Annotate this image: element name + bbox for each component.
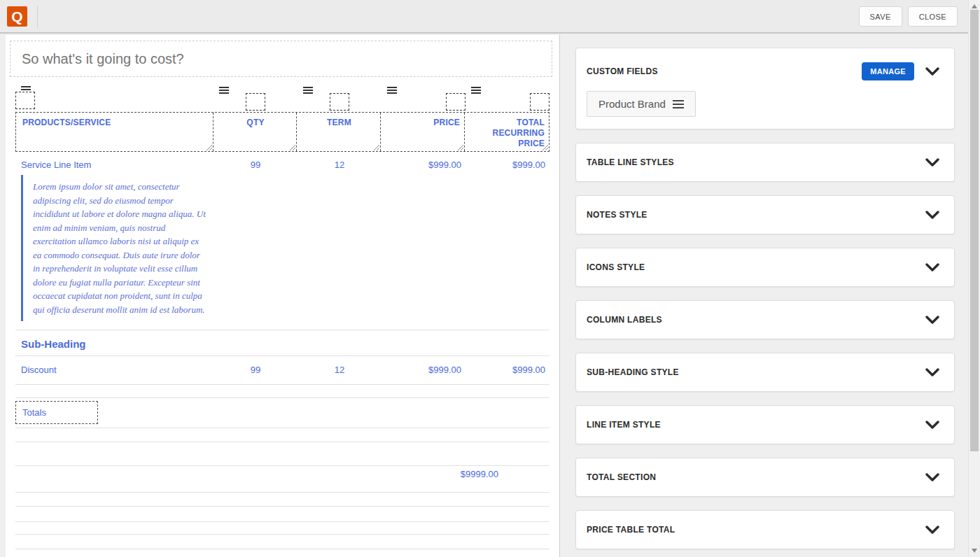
icon-placeholder[interactable] bbox=[530, 93, 550, 111]
resize-handle-icon[interactable] bbox=[288, 143, 295, 150]
panel-label: COLUMN LABELS bbox=[587, 315, 925, 325]
panel-column-labels: COLUMN LABELS bbox=[575, 300, 955, 339]
totals-label-box[interactable]: Totals bbox=[15, 401, 98, 424]
panel-label: SUB-HEADING STYLE bbox=[587, 367, 925, 377]
column-icons-row bbox=[15, 83, 550, 112]
column-label: QTY bbox=[246, 118, 264, 127]
panel-label: CUSTOM FIELDS bbox=[587, 66, 862, 76]
panel-total-section: TOTAL SECTION bbox=[575, 458, 955, 497]
line-item-term: 12 bbox=[298, 365, 382, 384]
table-divider bbox=[15, 522, 550, 535]
scroll-up-icon[interactable] bbox=[972, 4, 977, 8]
scroll-down-icon[interactable] bbox=[972, 549, 977, 553]
column-label: PRODUCTS/SERVICE bbox=[22, 118, 111, 127]
column-header-qty[interactable]: QTY bbox=[214, 113, 297, 151]
chevron-down-icon[interactable] bbox=[925, 368, 939, 376]
line-item-name: Service Line Item bbox=[15, 160, 214, 173]
chevron-down-icon[interactable] bbox=[925, 316, 939, 324]
drag-handle-icon bbox=[673, 100, 684, 108]
panel-price-table-total: PRICE TABLE TOTAL bbox=[575, 510, 955, 549]
panel-label: PRICE TABLE TOTAL bbox=[587, 525, 925, 535]
chevron-down-icon[interactable] bbox=[925, 211, 939, 219]
panel-header[interactable]: PRICE TABLE TOTAL bbox=[576, 511, 954, 549]
column-header-total-recurring[interactable]: TOTAL RECURRING PRICE bbox=[465, 113, 549, 151]
column-icon-cell-total bbox=[465, 83, 550, 112]
chevron-down-icon[interactable] bbox=[925, 473, 939, 481]
column-header-price[interactable]: PRICE bbox=[381, 113, 465, 151]
scrollbar-thumb[interactable] bbox=[970, 10, 979, 451]
icon-placeholder[interactable] bbox=[446, 93, 465, 111]
price-table: PRODUCTS/SERVICE QTY TERM PRICE TOTAL RE… bbox=[15, 83, 550, 557]
column-icon-cell-qty bbox=[214, 83, 298, 112]
table-divider bbox=[15, 507, 550, 522]
totals-row: Totals bbox=[15, 398, 550, 428]
close-button[interactable]: CLOSE bbox=[908, 6, 958, 27]
table-header-row: PRODUCTS/SERVICE QTY TERM PRICE TOTAL RE… bbox=[15, 112, 550, 152]
line-item-total: $999.00 bbox=[465, 160, 550, 173]
panel-sub-heading-style: SUB-HEADING STYLE bbox=[575, 353, 955, 392]
icon-placeholder[interactable] bbox=[246, 93, 265, 111]
sub-heading-label: Sub-Heading bbox=[21, 338, 86, 350]
grand-total-row: $9999.00 bbox=[15, 466, 550, 493]
chevron-down-icon[interactable] bbox=[925, 158, 939, 167]
panel-label: ICONS STYLE bbox=[587, 262, 925, 272]
resize-handle-icon[interactable] bbox=[456, 143, 463, 150]
line-item-price: $999.00 bbox=[382, 160, 465, 173]
panel-header[interactable]: LINE ITEM STYLE bbox=[576, 406, 954, 444]
panel-header[interactable]: ICONS STYLE bbox=[576, 248, 954, 286]
column-icon-cell-price bbox=[382, 83, 465, 112]
icon-placeholder[interactable] bbox=[330, 93, 349, 111]
panel-label: TABLE LINE STYLES bbox=[587, 157, 925, 167]
panel-header[interactable]: NOTES STYLE bbox=[576, 196, 954, 234]
column-header-term[interactable]: TERM bbox=[297, 113, 381, 151]
style-settings-sidebar: CUSTOM FIELDS MANAGE Product Brand TABLE… bbox=[575, 48, 955, 557]
save-button[interactable]: SAVE bbox=[859, 6, 902, 27]
table-divider bbox=[15, 535, 550, 549]
custom-field-chip-product-brand[interactable]: Product Brand bbox=[587, 91, 696, 117]
line-item-qty: 99 bbox=[214, 365, 298, 384]
top-bar: Q SAVE CLOSE bbox=[0, 0, 980, 34]
panel-header[interactable]: TOTAL SECTION bbox=[576, 458, 954, 496]
line-item-price: $999.00 bbox=[382, 365, 465, 384]
chevron-down-icon[interactable] bbox=[925, 263, 939, 272]
panel-header-custom-fields[interactable]: CUSTOM FIELDS MANAGE bbox=[576, 48, 954, 89]
column-label: TOTAL RECURRING PRICE bbox=[493, 118, 545, 148]
table-spacer bbox=[15, 549, 550, 557]
line-item-term: 12 bbox=[298, 160, 382, 173]
price-table-heading: So what's it going to cost? bbox=[22, 51, 184, 67]
panel-header[interactable]: SUB-HEADING STYLE bbox=[576, 353, 954, 391]
chevron-down-icon[interactable] bbox=[925, 421, 939, 429]
manage-button[interactable]: MANAGE bbox=[862, 62, 914, 80]
column-icon-cell-products bbox=[15, 83, 214, 112]
column-icon-cell-term bbox=[298, 83, 382, 112]
line-item-qty: 99 bbox=[214, 160, 298, 173]
totals-label: Totals bbox=[22, 407, 46, 418]
drag-handle-icon[interactable] bbox=[219, 87, 229, 94]
topbar-actions: SAVE CLOSE bbox=[859, 6, 958, 27]
line-item-notes: Lorem ipsum dolor sit amet, consectetur … bbox=[21, 175, 206, 321]
chevron-down-icon[interactable] bbox=[925, 67, 939, 76]
chevron-down-icon[interactable] bbox=[925, 526, 939, 534]
topbar-divider bbox=[37, 6, 38, 27]
panel-header[interactable]: TABLE LINE STYLES bbox=[576, 143, 954, 181]
page-scrollbar[interactable] bbox=[968, 0, 980, 557]
sub-heading-row: Sub-Heading bbox=[15, 330, 550, 356]
resize-handle-icon[interactable] bbox=[372, 143, 379, 150]
panel-header[interactable]: COLUMN LABELS bbox=[576, 301, 954, 339]
column-label: PRICE bbox=[433, 118, 460, 127]
panel-table-line-styles: TABLE LINE STYLES bbox=[575, 143, 955, 182]
icon-placeholder[interactable] bbox=[15, 92, 35, 109]
drag-handle-icon[interactable] bbox=[387, 87, 397, 94]
column-header-products[interactable]: PRODUCTS/SERVICE bbox=[16, 113, 214, 151]
panel-icons-style: ICONS STYLE bbox=[575, 248, 955, 287]
table-divider bbox=[15, 442, 550, 466]
resize-handle-icon[interactable] bbox=[205, 143, 212, 150]
line-item-total: $999.00 bbox=[465, 365, 550, 384]
price-table-heading-box[interactable]: So what's it going to cost? bbox=[10, 41, 552, 77]
panel-notes-style: NOTES STYLE bbox=[575, 195, 955, 234]
drag-handle-icon[interactable] bbox=[303, 87, 313, 94]
drag-handle-icon[interactable] bbox=[471, 87, 481, 94]
table-row: Discount 99 12 $999.00 $999.00 bbox=[15, 356, 550, 385]
panel-label: NOTES STYLE bbox=[587, 210, 925, 220]
app-logo-icon: Q bbox=[7, 6, 27, 27]
